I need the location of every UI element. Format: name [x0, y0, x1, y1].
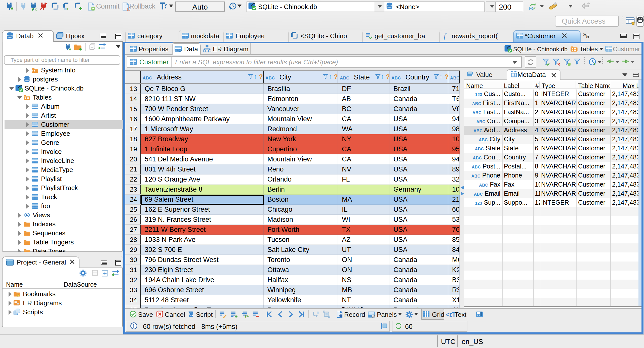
svg-text:f: f: [444, 32, 446, 39]
svg-text:(+): (+): [245, 314, 249, 318]
svg-text:<>: <>: [177, 48, 182, 53]
